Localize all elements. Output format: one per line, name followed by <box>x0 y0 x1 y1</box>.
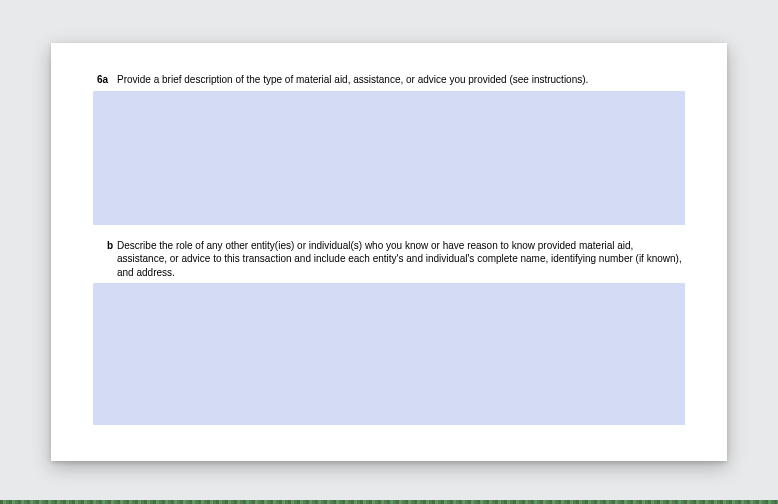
question-6a-text: Provide a brief description of the type … <box>117 73 588 87</box>
question-6b-number: b <box>97 239 117 253</box>
question-6a-line: 6a Provide a brief description of the ty… <box>93 73 685 87</box>
question-6a-number: 6a <box>97 73 117 87</box>
decorative-bottom-strip <box>0 500 778 504</box>
question-6b-text: Describe the role of any other entity(ie… <box>117 239 685 280</box>
form-page: 6a Provide a brief description of the ty… <box>51 43 727 461</box>
question-6a-block: 6a Provide a brief description of the ty… <box>93 73 685 225</box>
question-6b-input[interactable] <box>93 283 685 425</box>
question-6a-input[interactable] <box>93 91 685 225</box>
question-6b-block: b Describe the role of any other entity(… <box>93 239 685 426</box>
question-6b-line: b Describe the role of any other entity(… <box>93 239 685 280</box>
